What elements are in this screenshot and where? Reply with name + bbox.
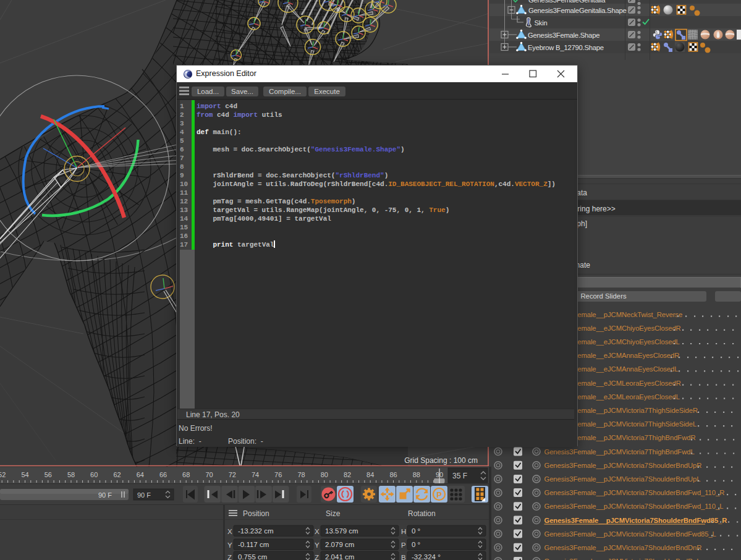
svg-text:Genesis3Female__pJCMVictoria7S: Genesis3Female__pJCMVictoria7ShoulderBnd… [544,462,702,469]
svg-text:Grid Spacing : 100 cm: Grid Spacing : 100 cm [404,456,478,465]
svg-text:66: 66 [159,471,167,478]
svg-text:Genesis3Female__pJCMVictoria7S: Genesis3Female__pJCMVictoria7ShoulderBnd… [544,558,701,560]
svg-text:54: 54 [21,471,28,478]
svg-text:13.579 cm: 13.579 cm [325,527,358,535]
svg-text:-32.324 °: -32.324 ° [412,553,441,560]
svg-text:Skin: Skin [535,19,548,27]
svg-text:56: 56 [44,471,52,478]
svg-text:Genesis3Female__pJCMVictoria7S: Genesis3Female__pJCMVictoria7ShoulderBnd… [544,530,716,538]
svg-text:0 °: 0 ° [412,527,420,535]
svg-text:60: 60 [90,471,98,478]
svg-text:74: 74 [252,471,259,478]
svg-text:Y: Y [315,541,320,549]
svg-text:Position: Position [243,509,269,518]
svg-text:0 °: 0 ° [412,541,420,548]
svg-text:Genesis3FemaleGenitalia: Genesis3FemaleGenitalia [528,0,606,4]
svg-text:H: H [401,528,406,535]
svg-text:Genesis3Female__pJCMVictoria7S: Genesis3Female__pJCMVictoria7ShoulderBnd… [544,475,701,483]
svg-text:76: 76 [274,471,282,478]
svg-text:78: 78 [297,471,305,478]
svg-text:Z: Z [227,554,232,560]
svg-text:52: 52 [0,471,6,478]
svg-text:35 F: 35 F [452,472,467,480]
svg-text:X: X [227,528,232,535]
svg-text:Eyebrow B_12790.Shape: Eyebrow B_12790.Shape [528,44,604,51]
svg-text:Genesis3Female__pJCMVictoria7S: Genesis3Female__pJCMVictoria7ShoulderBnd… [544,544,702,551]
svg-text:84: 84 [366,471,374,478]
svg-text:P: P [436,490,442,499]
svg-text:86: 86 [389,471,397,478]
svg-text:Genesis3Female__pJCMVictoria7S: Genesis3Female__pJCMVictoria7ShoulderBnd… [544,489,725,496]
svg-text:82: 82 [344,471,351,478]
svg-text:0.755 cm: 0.755 cm [238,553,267,560]
svg-text:Y: Y [227,541,232,549]
svg-text:70: 70 [205,471,213,478]
svg-text:80: 80 [321,471,328,478]
svg-text:-13.232 cm: -13.232 cm [238,527,274,535]
svg-text:Genesis3Female__pJCMVictoria7S: Genesis3Female__pJCMVictoria7ShoulderBnd… [544,517,727,524]
svg-text:B: B [401,554,406,560]
svg-text:90 F: 90 F [137,491,151,499]
svg-text:Genesis3Female__pJCMVictoria7S: Genesis3Female__pJCMVictoria7ShoulderBnd… [544,503,724,510]
svg-text:2.079 cm: 2.079 cm [325,541,354,548]
svg-text:Size: Size [326,509,341,518]
svg-text:90 F: 90 F [98,491,112,499]
svg-text:Genesis3Female__pJCMVictoria7T: Genesis3Female__pJCMVictoria7ThighBndFwd… [544,448,695,456]
svg-text:62: 62 [113,471,121,478]
svg-text:Rotation: Rotation [408,509,436,518]
svg-text:2.041 cm: 2.041 cm [325,553,354,560]
svg-text:Z: Z [315,554,319,560]
svg-text:Genesis3Female.Shape: Genesis3Female.Shape [528,32,599,39]
svg-text:64: 64 [137,471,144,478]
svg-text:68: 68 [182,471,190,478]
svg-text:88: 88 [413,471,420,478]
svg-text:72: 72 [229,471,236,478]
svg-text:-0.117 cm: -0.117 cm [238,541,269,548]
svg-text:X: X [315,528,320,535]
svg-text:P: P [401,541,406,549]
svg-text:58: 58 [67,471,75,478]
svg-text:Genesis3FemaleGenitalia.Shape: Genesis3FemaleGenitalia.Shape [528,7,627,14]
